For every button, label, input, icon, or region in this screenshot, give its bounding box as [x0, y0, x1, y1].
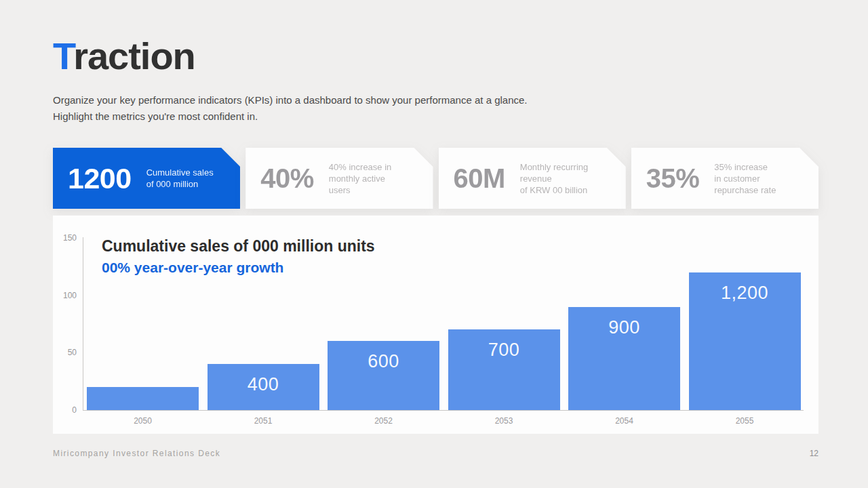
- y-axis: [83, 237, 83, 411]
- kpi-card-monthly-recurring-revenue: 60M Monthly recurring revenue of KRW 00 …: [439, 148, 626, 209]
- bar-value-label: 600: [368, 351, 399, 372]
- page-title-accent: T: [53, 35, 73, 77]
- footer-deck-name: Miricompany Investor Relations Deck: [53, 449, 220, 458]
- y-tick-label: 50: [53, 348, 77, 357]
- x-tick-label: 2051: [208, 416, 319, 426]
- footer-page-number: 12: [810, 449, 818, 458]
- kpi-card-monthly-active-users: 40% 40% increase in monthly active users: [245, 148, 433, 209]
- page-title: Traction: [53, 35, 195, 77]
- x-tick-label: 2052: [328, 416, 439, 426]
- chart-bar: [87, 387, 199, 410]
- chart-bar: 700: [448, 329, 560, 410]
- bar-value-label: 400: [248, 374, 279, 395]
- page-title-rest: raction: [73, 35, 195, 77]
- bar-value-label: 900: [608, 317, 640, 338]
- kpi-card-wrap: 35% 35% increase in customer repurchase …: [631, 148, 818, 209]
- x-axis: [83, 410, 804, 411]
- kpi-value: 35%: [646, 163, 700, 194]
- slide-subtitle: Organize your key performance indicators…: [53, 92, 528, 125]
- y-tick-label: 0: [53, 405, 77, 415]
- kpi-description: 35% increase in customer repurchase rate: [714, 161, 776, 196]
- kpi-value: 1200: [68, 162, 132, 195]
- slide: Traction Organize your key performance i…: [0, 0, 868, 488]
- x-tick-label: 2053: [448, 416, 560, 426]
- x-tick-label: 2050: [87, 416, 199, 426]
- kpi-card-wrap: 60M Monthly recurring revenue of KRW 00 …: [439, 148, 626, 209]
- chart-bar: 900: [568, 307, 680, 410]
- x-tick-label: 2054: [568, 416, 680, 426]
- kpi-card-repurchase-rate: 35% 35% increase in customer repurchase …: [631, 148, 818, 209]
- kpi-value: 60M: [454, 163, 505, 194]
- bar-value-label: 700: [488, 340, 520, 361]
- kpi-card-wrap: 1200 Cumulative sales of 000 million: [53, 148, 240, 209]
- chart-bar: 1,200: [689, 272, 801, 410]
- kpi-card-cumulative-sales: 1200 Cumulative sales of 000 million: [53, 148, 240, 209]
- footer: Miricompany Investor Relations Deck 12: [53, 449, 818, 458]
- chart-bar: 600: [328, 341, 439, 410]
- chart-subtitle: 00% year-over-year growth: [102, 260, 283, 276]
- kpi-card-wrap: 40% 40% increase in monthly active users: [245, 148, 433, 209]
- y-tick-label: 100: [53, 291, 77, 300]
- kpi-description: Monthly recurring revenue of KRW 00 bill…: [520, 161, 588, 196]
- bar-value-label: 1,200: [721, 283, 768, 304]
- kpi-description: Cumulative sales of 000 million: [146, 167, 214, 190]
- chart-bar: 400: [208, 364, 319, 410]
- chart-panel: Cumulative sales of 000 million units 00…: [53, 216, 818, 434]
- x-tick-label: 2055: [689, 416, 801, 426]
- y-tick-label: 150: [53, 233, 77, 243]
- kpi-description: 40% increase in monthly active users: [329, 161, 392, 196]
- kpi-row: 1200 Cumulative sales of 000 million 40%…: [53, 148, 818, 209]
- chart-title: Cumulative sales of 000 million units: [102, 237, 375, 256]
- kpi-value: 40%: [260, 163, 314, 194]
